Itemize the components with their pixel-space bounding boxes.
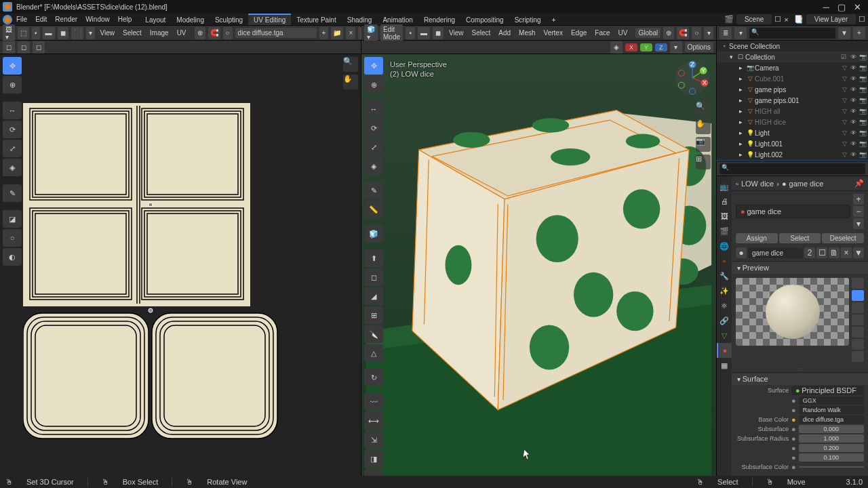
uv-menu-select[interactable]: Select xyxy=(120,29,144,37)
vtool-shear[interactable]: ◨ xyxy=(364,450,383,468)
tab-physics[interactable]: ⚛ xyxy=(717,298,732,313)
uv-canvas[interactable]: ✥ ⊕ ↔ ⟳ ⤢ ◈ ✎ ◪ ○ ◐ 🔍 ✋ xyxy=(0,54,361,476)
vtool-spin[interactable]: ↻ xyxy=(364,369,383,386)
tool-annotate[interactable]: ✎ xyxy=(3,184,22,202)
slot-menu[interactable]: ▾ xyxy=(853,218,864,229)
pin-icon[interactable]: 📌 xyxy=(854,179,864,188)
viewlayer-new-icon[interactable]: ☐ xyxy=(859,15,865,24)
outliner-type[interactable]: ≣ xyxy=(719,27,732,39)
pv-fluid[interactable] xyxy=(852,351,864,362)
vp-snap[interactable]: 🧲 xyxy=(677,27,689,39)
vtool-edgeslide[interactable]: ⟷ xyxy=(364,412,383,430)
vp-menu-uv[interactable]: UV xyxy=(616,29,631,37)
vp-menu-view[interactable]: View xyxy=(446,29,467,37)
ws-sculpting[interactable]: Sculpting xyxy=(210,14,248,25)
tree-item[interactable]: ▸📷Camera▽👁📷 xyxy=(717,62,868,73)
outliner-new-collection[interactable]: + xyxy=(853,27,865,39)
tab-particle[interactable]: ✨ xyxy=(717,283,732,298)
uv-overlay-3[interactable]: ◻ xyxy=(33,41,45,54)
axis-z[interactable]: Z xyxy=(655,43,667,52)
scene-new-icon[interactable]: ☐ xyxy=(774,15,781,24)
outliner-display[interactable]: ▾ xyxy=(734,27,747,39)
tree-collection[interactable]: ▾☐Collection☑👁📷 xyxy=(717,52,868,62)
tab-material[interactable]: ● xyxy=(717,343,732,358)
vtool-annotate[interactable]: ✎ xyxy=(364,182,383,199)
vtool-bevel[interactable]: ◢ xyxy=(364,287,383,305)
outliner-filter[interactable]: ▼ xyxy=(838,27,850,39)
vp-propedit[interactable]: ○ xyxy=(692,27,701,39)
scene-name[interactable]: Scene xyxy=(736,14,772,24)
mode-selector[interactable]: Edit Mode xyxy=(380,24,403,42)
vp-menu-mesh[interactable]: Mesh xyxy=(516,29,538,37)
uv-menu-uv[interactable]: UV xyxy=(174,29,189,37)
uv-overlay-2[interactable]: ◻ xyxy=(18,41,30,54)
navigation-gizmo[interactable]: X Y Z xyxy=(674,60,711,96)
image-open[interactable]: 📁 xyxy=(331,27,343,39)
vp-shading-dropdown[interactable]: ▾ xyxy=(704,27,713,39)
tool-rip[interactable]: ◪ xyxy=(3,210,22,228)
surface-panel-header[interactable]: ▾ Surface xyxy=(732,372,868,385)
viewport-canvas[interactable]: ✥ ⊕ ↔ ⟳ ⤢ ◈ ✎ 📏 🧊 ⬆ ◻ ◢ ⊞ 🔪 △ ↻ xyxy=(361,54,716,476)
uv-prop-edit[interactable]: ○ xyxy=(223,27,233,39)
tab-texture[interactable]: ▦ xyxy=(717,358,732,373)
menu-render[interactable]: Render xyxy=(55,16,77,23)
uv-sync-toggle[interactable]: ⬚ xyxy=(18,27,29,39)
tool-scale[interactable]: ⤢ xyxy=(3,140,22,157)
vtool-inset[interactable]: ◻ xyxy=(364,268,383,286)
maximize-button[interactable]: ▢ xyxy=(837,2,846,12)
viewlayer-name[interactable]: View Layer xyxy=(806,14,856,24)
tool-grab[interactable]: ○ xyxy=(3,229,22,247)
selmode-face[interactable]: ◼ xyxy=(433,27,443,39)
tool-transform[interactable]: ◈ xyxy=(3,159,22,176)
ws-animation[interactable]: Animation xyxy=(377,14,418,25)
tab-object[interactable]: ▫ xyxy=(717,253,732,268)
ws-shading[interactable]: Shading xyxy=(342,14,378,25)
vp-menu-add[interactable]: Add xyxy=(496,29,513,37)
vtool-rotate[interactable]: ⟳ xyxy=(364,119,383,137)
vtool-rip-region[interactable]: ⧉ xyxy=(364,469,383,476)
slot-remove[interactable]: − xyxy=(853,206,864,217)
tool-cursor[interactable]: ⊕ xyxy=(3,76,22,94)
ws-uv-editing[interactable]: UV Editing xyxy=(248,14,291,25)
orientation-selector[interactable]: Global xyxy=(635,28,660,38)
tab-modifier[interactable]: 🔧 xyxy=(717,268,732,283)
axis-y[interactable]: Y xyxy=(640,43,652,52)
mat-users[interactable]: 2 xyxy=(804,247,815,258)
uv-pivot[interactable]: ⊕ xyxy=(195,27,205,39)
vp-overlay-toggle[interactable]: ▾ xyxy=(670,41,682,54)
breadcrumb-material[interactable]: game dice xyxy=(789,180,824,188)
uv-selmode-edge[interactable]: ▬ xyxy=(43,27,55,39)
menu-help[interactable]: Help xyxy=(118,16,132,23)
ws-rendering[interactable]: Rendering xyxy=(418,14,460,25)
tool-tweak[interactable]: ✥ xyxy=(3,57,22,75)
pv-shader[interactable] xyxy=(852,327,864,338)
vtool-loopcut[interactable]: ⊞ xyxy=(364,306,383,324)
mat-unlink[interactable]: × xyxy=(841,247,852,258)
vp-zoom-icon[interactable]: 🔍 xyxy=(696,102,711,117)
mat-copy[interactable]: 🗎 xyxy=(829,247,840,258)
vp-options[interactable]: Options xyxy=(685,42,713,52)
vtool-shrink[interactable]: ⇲ xyxy=(364,431,383,449)
vtool-scale[interactable]: ⤢ xyxy=(364,138,383,156)
zoom-icon[interactable]: 🔍 xyxy=(343,57,358,72)
vtool-knife[interactable]: 🔪 xyxy=(364,325,383,343)
mat-nodes[interactable]: ▼ xyxy=(853,247,864,258)
outliner-tree[interactable]: ▫Scene Collection ▾☐Collection☑👁📷 ▸📷Came… xyxy=(717,41,868,161)
tree-scene-collection[interactable]: ▫Scene Collection xyxy=(717,41,868,52)
minimize-button[interactable]: ─ xyxy=(823,2,829,12)
tree-item[interactable]: ▸💡Light▽👁📷 xyxy=(717,127,868,138)
vp-menu-select[interactable]: Select xyxy=(469,29,494,37)
vp-camera-icon[interactable]: 📷 xyxy=(696,137,711,152)
ws-texture-paint[interactable]: Texture Paint xyxy=(291,14,341,25)
ws-add[interactable]: + xyxy=(547,14,561,25)
vp-menu-edge[interactable]: Edge xyxy=(568,29,589,37)
tree-item[interactable]: ▸💡Light.001▽👁📷 xyxy=(717,138,868,149)
pan-icon[interactable]: ✋ xyxy=(343,75,358,89)
menu-file[interactable]: File xyxy=(16,16,27,23)
vp-pivot[interactable]: ⊕ xyxy=(663,27,674,39)
material-name-input[interactable]: game dice xyxy=(748,248,803,258)
vtool-transform[interactable]: ◈ xyxy=(364,157,383,175)
vp-gizmo-toggle[interactable]: ◈ xyxy=(610,41,623,54)
tool-pinch[interactable]: ◐ xyxy=(3,248,22,266)
selmode-edge[interactable]: ▬ xyxy=(418,27,430,39)
